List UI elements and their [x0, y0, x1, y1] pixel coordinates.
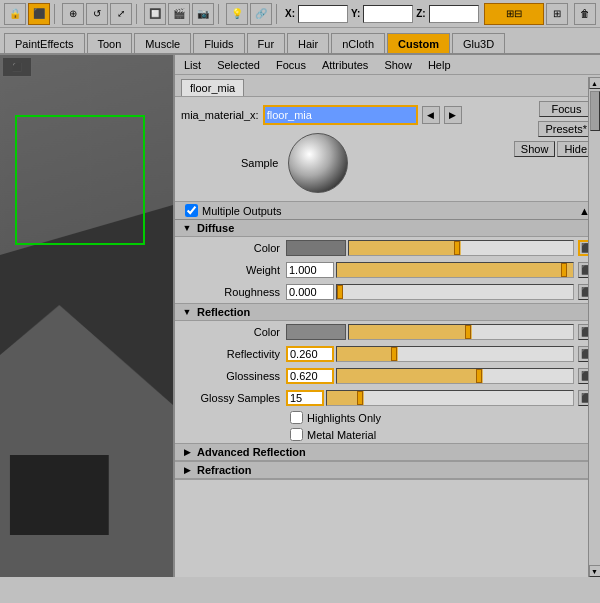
menu-help[interactable]: Help [425, 58, 454, 72]
sample-label: Sample [241, 157, 278, 169]
menu-attributes[interactable]: Attributes [319, 58, 371, 72]
material-name-label: mia_material_x: [181, 109, 259, 121]
tab-muscle[interactable]: Muscle [134, 33, 191, 53]
separator3 [218, 4, 222, 24]
x-label: X: [285, 8, 295, 19]
scroll-down-arrow[interactable]: ▼ [589, 565, 601, 577]
camera-icon[interactable]: 📷 [192, 3, 214, 25]
diffuse-color-row: Color ⬛ [175, 237, 600, 259]
light-icon[interactable]: 💡 [226, 3, 248, 25]
x-input[interactable] [298, 5, 348, 23]
diffuse-section: ▼ Diffuse Color ⬛ Weight [175, 220, 600, 304]
diffuse-weight-label: Weight [181, 264, 286, 276]
diffuse-color-label: Color [181, 242, 286, 254]
scroll-thumb[interactable] [590, 91, 600, 131]
diffuse-roughness-label: Roughness [181, 286, 286, 298]
scrollbar[interactable]: ▲ ▼ [588, 77, 600, 577]
glossiness-label: Glossiness [181, 370, 286, 382]
panel-tab-area: floor_mia [175, 75, 600, 97]
trash-icon[interactable]: 🗑 [574, 3, 596, 25]
refraction-arrow-icon: ▶ [181, 464, 193, 476]
select-icon[interactable]: ⬛ [28, 3, 50, 25]
separator4 [276, 4, 280, 24]
snap-icon[interactable]: 🔗 [250, 3, 272, 25]
reflection-color-row: Color ⬛ [175, 321, 600, 343]
menu-show[interactable]: Show [381, 58, 415, 72]
diffuse-roughness-slider[interactable] [336, 284, 574, 300]
y-label: Y: [351, 8, 360, 19]
lock-icon[interactable]: 🔒 [4, 3, 26, 25]
y-input[interactable] [363, 5, 413, 23]
glossy-samples-input[interactable] [286, 390, 324, 406]
reflection-color-slider[interactable] [348, 324, 574, 340]
tab-fur[interactable]: Fur [247, 33, 286, 53]
reflection-arrow-icon: ▼ [181, 306, 193, 318]
z-input[interactable] [429, 5, 479, 23]
multiple-outputs-checkbox[interactable] [185, 204, 198, 217]
menu-selected[interactable]: Selected [214, 58, 263, 72]
reflectivity-input[interactable] [286, 346, 334, 362]
tab-ncloth[interactable]: nCloth [331, 33, 385, 53]
multiple-outputs-label: Multiple Outputs [202, 205, 281, 217]
rotate-icon[interactable]: ↺ [86, 3, 108, 25]
map-icon[interactable]: ▶ [444, 106, 462, 124]
render-icon[interactable]: 🎬 [168, 3, 190, 25]
prev-icon[interactable]: ◀ [422, 106, 440, 124]
tab-fluids[interactable]: Fluids [193, 33, 244, 53]
presets-button[interactable]: Presets* [538, 121, 594, 137]
tab-row: PaintEffects Toon Muscle Fluids Fur Hair… [0, 28, 600, 54]
material-name-input[interactable] [263, 105, 418, 125]
panel-tab-floor-mia[interactable]: floor_mia [181, 79, 244, 96]
show-button[interactable]: Show [514, 141, 556, 157]
glossiness-slider[interactable] [336, 368, 574, 384]
move-icon[interactable]: ⊕ [62, 3, 84, 25]
reflection-header[interactable]: ▼ Reflection [175, 304, 600, 321]
panel-top-right: Focus Presets* Show Hide [514, 101, 594, 197]
adv-reflection-section: ▶ Advanced Reflection [175, 444, 600, 462]
viewport: ⬛ [0, 55, 175, 577]
scale-icon[interactable]: ⤢ [110, 3, 132, 25]
reflection-color-label: Color [181, 326, 286, 338]
reflectivity-row: Reflectivity ⬛ [175, 343, 600, 365]
tab-custom[interactable]: Custom [387, 33, 450, 53]
tab-toon[interactable]: Toon [87, 33, 133, 53]
menu-focus[interactable]: Focus [273, 58, 309, 72]
glossy-samples-slider[interactable] [326, 390, 574, 406]
reflection-color-swatch[interactable] [286, 324, 346, 340]
diffuse-color-swatch[interactable] [286, 240, 346, 256]
menu-list[interactable]: List [181, 58, 204, 72]
adv-reflection-arrow-icon: ▶ [181, 446, 193, 458]
history-icon[interactable]: 🔲 [144, 3, 166, 25]
tab-hair[interactable]: Hair [287, 33, 329, 53]
sample-area: Sample [181, 129, 510, 197]
diffuse-weight-input[interactable] [286, 262, 334, 278]
adv-reflection-header[interactable]: ▶ Advanced Reflection [175, 444, 600, 461]
focus-button[interactable]: Focus [539, 101, 594, 117]
metal-material-label: Metal Material [307, 429, 376, 441]
layout-icon[interactable]: ⊞⊟ [484, 3, 544, 25]
reflectivity-slider[interactable] [336, 346, 574, 362]
refraction-header[interactable]: ▶ Refraction [175, 462, 600, 479]
diffuse-header[interactable]: ▼ Diffuse [175, 220, 600, 237]
reflection-section: ▼ Reflection Color ⬛ Reflectivity [175, 304, 600, 444]
scroll-up-arrow[interactable]: ▲ [589, 77, 601, 89]
diffuse-roughness-input[interactable] [286, 284, 334, 300]
reflectivity-label: Reflectivity [181, 348, 286, 360]
tab-glu3d[interactable]: Glu3D [452, 33, 505, 53]
highlights-only-label: Highlights Only [307, 412, 381, 424]
metal-material-checkbox[interactable] [290, 428, 303, 441]
panel-top-left: mia_material_x: ◀ ▶ Sample [181, 101, 510, 197]
diffuse-color-slider[interactable] [348, 240, 574, 256]
attribute-panel: ▲ ▼ List Selected Focus Attributes Show … [175, 55, 600, 577]
refraction-section: ▶ Refraction [175, 462, 600, 480]
glossiness-input[interactable] [286, 368, 334, 384]
viewport-icon: ⬛ [2, 57, 32, 77]
diffuse-weight-slider[interactable] [336, 262, 574, 278]
grid-icon[interactable]: ⊞ [546, 3, 568, 25]
separator1 [54, 4, 58, 24]
diffuse-weight-row: Weight ⬛ [175, 259, 600, 281]
highlights-only-checkbox[interactable] [290, 411, 303, 424]
panel-menubar: List Selected Focus Attributes Show Help [175, 55, 600, 75]
toolbar: 🔒 ⬛ ⊕ ↺ ⤢ 🔲 🎬 📷 💡 🔗 X: Y: Z: ⊞⊟ ⊞ 🗑 [0, 0, 600, 28]
tab-painteffects[interactable]: PaintEffects [4, 33, 85, 53]
